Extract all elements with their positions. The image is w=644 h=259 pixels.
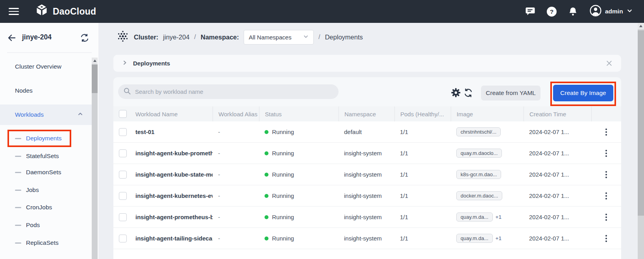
sidebar-scrollbar[interactable] [92, 58, 98, 259]
create-by-image-button[interactable]: Create By Image [553, 85, 613, 101]
row-checkbox[interactable] [119, 171, 127, 179]
table-row[interactable]: insight-agent-kube-state-met... - Runnin… [113, 164, 621, 185]
image-cell: docker.m.daoc... [451, 191, 524, 200]
chat-icon[interactable] [525, 6, 535, 17]
select-all-checkbox[interactable] [119, 110, 127, 118]
workload-name-link[interactable]: insight-agent-kube-prometh-... [132, 150, 213, 157]
scroll-thumb[interactable] [638, 30, 644, 216]
image-chip[interactable]: quay.m.da... [456, 212, 493, 222]
switch-cluster-icon[interactable] [80, 33, 89, 43]
search-input[interactable] [134, 88, 333, 95]
sidebar-cluster-name: jinye-204 [22, 33, 52, 41]
sidebar-item-jobs[interactable]: Jobs [0, 181, 92, 199]
breadcrumb: Cluster: jinye-204 / Namespace: All Name… [117, 28, 363, 47]
select-all-cell [113, 106, 132, 121]
creation-time-cell: 2024-02-07 1... [524, 171, 591, 178]
brand-logo[interactable]: DaoCloud [35, 0, 96, 23]
column-header-workload-name: Workload Name [132, 106, 213, 121]
creation-time-cell: 2024-02-07 1... [524, 214, 591, 220]
back-arrow-icon[interactable] [7, 33, 17, 43]
table-row[interactable]: insight-agent-kube-prometh-... - Running… [113, 143, 621, 164]
status-text: Running [272, 171, 294, 178]
row-checkbox[interactable] [119, 213, 127, 221]
scroll-thumb[interactable] [92, 65, 98, 93]
sidebar-item-label: DaemonSets [26, 169, 61, 176]
image-chip[interactable]: chrstnhntschl/... [456, 127, 501, 136]
table-row[interactable]: insight-agent-tailing-sidecar-... - Runn… [113, 228, 621, 249]
kebab-menu-icon[interactable] [602, 127, 610, 137]
workload-name-link[interactable]: insight-agent-tailing-sidecar-... [132, 235, 213, 242]
pods-cell: 1/1 [394, 214, 451, 220]
status-dot [265, 151, 268, 155]
refresh-icon[interactable] [463, 88, 474, 98]
row-checkbox[interactable] [119, 128, 127, 136]
image-extra-count[interactable]: +1 [496, 214, 502, 220]
workload-name-link[interactable]: insight-agent-prometheus-bla... [132, 214, 213, 220]
scroll-up-arrow[interactable] [638, 23, 644, 29]
workloads-card: Create from YAML Create By Image Workloa… [113, 77, 621, 259]
status-text: Running [272, 235, 294, 242]
namespace-cell: insight-system [339, 214, 394, 220]
workload-name-link[interactable]: insight-agent-kube-state-met... [132, 171, 213, 178]
namespace-cell: insight-system [339, 150, 394, 157]
image-extra-count[interactable]: +1 [496, 235, 502, 241]
main-scrollbar[interactable] [638, 23, 644, 259]
sidebar-item-label: CronJobs [26, 204, 52, 211]
sidebar-item-cronjobs[interactable]: CronJobs [0, 199, 92, 216]
create-from-yaml-button[interactable]: Create from YAML [481, 86, 540, 101]
row-checkbox[interactable] [119, 235, 127, 242]
topbar: DaoCloud ? [0, 0, 644, 23]
image-cell: k8s-gcr.m.dao... [451, 170, 524, 179]
user-menu[interactable]: admin [590, 0, 633, 23]
sidebar-item-replicasets[interactable]: ReplicaSets [0, 234, 92, 252]
kebab-menu-icon[interactable] [602, 148, 610, 158]
hamburger-menu-icon[interactable] [9, 8, 19, 15]
table-body: test-01 - Running default 1/1 chrstnhnts… [113, 121, 621, 259]
kebab-menu-icon[interactable] [602, 233, 610, 244]
sidebar-item-statefulsets[interactable]: StatefulSets [0, 147, 92, 165]
status-cell: Running [259, 214, 339, 220]
dash-icon [15, 242, 21, 244]
kebab-menu-icon[interactable] [602, 191, 610, 201]
workload-name-link[interactable]: test-01 [132, 129, 213, 135]
chevron-right-icon[interactable] [122, 60, 128, 67]
sidebar-item-deployments[interactable]: Deployments [0, 130, 92, 147]
workload-alias: - [213, 150, 259, 157]
search-box [118, 84, 339, 99]
workload-name-link[interactable]: insight-agent-kubernetes-eve... [132, 192, 213, 199]
bell-icon[interactable] [568, 6, 578, 17]
kebab-menu-icon[interactable] [602, 170, 610, 180]
table-row[interactable]: insight-agent-prometheus-bla... - Runnin… [113, 207, 621, 228]
creation-time-cell: 2024-02-07 1... [524, 129, 591, 135]
image-chip[interactable]: quay.m.daoclo... [456, 149, 502, 158]
topbar-icons: ? [525, 0, 578, 23]
help-icon[interactable]: ? [546, 6, 557, 17]
sidebar-item-pods[interactable]: Pods [0, 216, 92, 234]
table-row[interactable]: insight-agent-kubernetes-eve... - Runnin… [113, 185, 621, 207]
image-chip[interactable]: quay.m.da... [456, 234, 493, 243]
breadcrumb-page: Deployments [325, 34, 363, 41]
dash-icon [15, 138, 21, 139]
sidebar-item-daemonsets[interactable]: DaemonSets [0, 164, 92, 181]
image-chip[interactable]: k8s-gcr.m.dao... [456, 170, 501, 179]
column-header-status: Status [259, 106, 339, 121]
image-chip[interactable]: docker.m.daoc... [456, 191, 502, 200]
sidebar-item-nodes[interactable]: Nodes [0, 82, 92, 99]
namespace-select[interactable]: All Namespaces [244, 30, 314, 45]
row-checkbox[interactable] [119, 192, 127, 200]
close-icon[interactable] [606, 60, 613, 67]
app-root: DaoCloud ? [0, 0, 644, 259]
sidebar-divider [7, 52, 92, 53]
scroll-up-arrow[interactable] [92, 58, 98, 64]
sidebar-item-workloads[interactable]: Workloads [0, 104, 92, 125]
row-checkbox[interactable] [119, 149, 127, 157]
creation-time-cell: 2024-02-07 1... [524, 235, 591, 242]
table-row[interactable]: test-01 - Running default 1/1 chrstnhnts… [113, 121, 621, 143]
search-icon [124, 88, 131, 96]
pods-cell: 1/1 [394, 235, 451, 242]
settings-gear-icon[interactable] [451, 88, 461, 98]
sidebar-item-cluster-overview[interactable]: Cluster Overview [0, 58, 92, 75]
status-dot [265, 237, 268, 240]
kebab-menu-icon[interactable] [602, 212, 610, 222]
status-cell: Running [259, 171, 339, 178]
